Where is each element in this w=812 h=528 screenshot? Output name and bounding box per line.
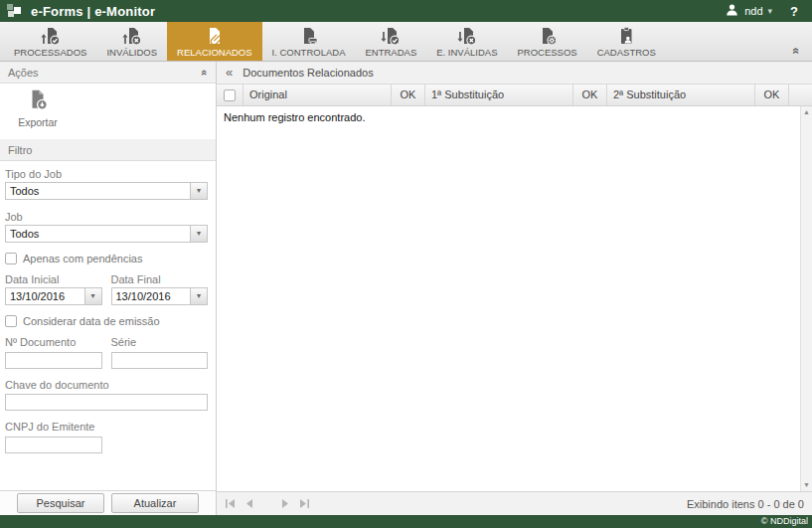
- empty-message: Nenhum registro encontrado.: [217, 106, 812, 123]
- export-label: Exportar: [18, 116, 58, 128]
- toolbar-item-label: E. INVÁLIDAS: [436, 47, 497, 58]
- clipboard-person-icon: [616, 26, 636, 46]
- toolbar-item-processos[interactable]: PROCESSOS: [507, 22, 586, 61]
- user-name: ndd: [744, 5, 762, 17]
- doc-upload-check-icon: [41, 26, 61, 46]
- scroll-down-button[interactable]: ▼: [801, 479, 812, 491]
- toolbar-item-i-controlada[interactable]: I. CONTROLADA: [262, 22, 356, 61]
- cnpj-emitente-input[interactable]: [5, 437, 102, 453]
- job-label: Job: [5, 211, 208, 223]
- doc-gear-icon: [538, 26, 558, 46]
- data-inicial-label: Data Inicial: [5, 273, 102, 285]
- top-header: e-Forms | e-Monitor ndd ▾ ?: [0, 0, 812, 22]
- select-all-checkbox[interactable]: [217, 85, 244, 105]
- panel-header: « Documentos Relacionados: [217, 62, 812, 85]
- toolbar-item-label: INVÁLIDOS: [106, 47, 157, 58]
- app-title: e-Forms | e-Monitor: [31, 4, 155, 19]
- checkbox-icon: [224, 89, 236, 101]
- serie-label: Série: [111, 336, 209, 348]
- data-final-datefield[interactable]: 13/10/2016 ▾: [111, 287, 209, 305]
- chave-label: Chave do documento: [5, 379, 208, 391]
- filter-title: Filtro: [8, 144, 32, 156]
- scroll-up-button[interactable]: ▲: [801, 106, 812, 118]
- data-final-label: Data Final: [111, 273, 209, 285]
- apenas-pendencias-checkbox[interactable]: Apenas com pendências: [5, 253, 208, 264]
- documento-label: Nº Documento: [5, 336, 102, 348]
- app-logo-icon: [6, 3, 22, 19]
- table-body: Nenhum registro encontrado. ▲ ▼: [217, 106, 812, 491]
- tipo-do-job-label: Tipo do Job: [5, 168, 208, 180]
- toolbar-item-cadastros[interactable]: CADASTROS: [587, 22, 666, 61]
- export-button[interactable]: Exportar: [12, 88, 64, 128]
- main-toolbar: PROCESSADOSINVÁLIDOSRELACIONADOSI. CONTR…: [0, 22, 812, 62]
- atualizar-button[interactable]: Atualizar: [111, 493, 199, 513]
- job-select[interactable]: Todos ▾: [5, 225, 208, 243]
- caret-down-icon: ▾: [768, 6, 773, 16]
- pagination-bar: Exibindo itens 0 - 0 de 0: [217, 491, 812, 515]
- toolbar-collapse-button[interactable]: «: [793, 46, 800, 56]
- checkbox-icon: [5, 315, 17, 327]
- toolbar-item-label: I. CONTROLADA: [272, 47, 346, 58]
- toolbar-item-label: PROCESSOS: [517, 47, 576, 58]
- column-header-spacer: [789, 85, 812, 105]
- actions-title: Ações: [8, 67, 39, 79]
- column-header-ok-3[interactable]: OK: [755, 85, 789, 105]
- column-header-original[interactable]: Original: [244, 85, 392, 105]
- toolbar-item-label: PROCESSADOS: [14, 47, 86, 58]
- main-panel: « Documentos Relacionados Original OK 1ª…: [217, 62, 812, 515]
- toolbar-item-processados[interactable]: PROCESSADOS: [4, 22, 96, 61]
- doc-printer-icon: [299, 26, 319, 46]
- user-menu[interactable]: ndd ▾: [725, 3, 772, 19]
- doc-download-x-icon: [457, 26, 477, 46]
- toolbar-item-label: ENTRADAS: [365, 47, 416, 58]
- toolbar-item-relacionados[interactable]: RELACIONADOS: [167, 22, 262, 61]
- serie-input[interactable]: [111, 352, 209, 369]
- filter-form: Tipo do Job Todos ▾ Job Todos ▾ Apenas c…: [0, 161, 216, 490]
- page-prev-button[interactable]: [244, 498, 253, 509]
- considerar-emissao-checkbox[interactable]: Considerar data de emissão: [5, 315, 208, 327]
- user-icon: [725, 3, 739, 19]
- tipo-do-job-select[interactable]: Todos ▾: [5, 182, 208, 200]
- doc-upload-x-icon: [122, 26, 142, 46]
- column-header-ok-2[interactable]: OK: [573, 85, 607, 105]
- sidebar: Ações « Exportar Filtro Tipo do Job Todo…: [0, 62, 217, 515]
- app-footer: © NDDigital: [0, 515, 812, 528]
- sidebar-footer: Pesquisar Atualizar: [0, 490, 216, 515]
- documento-input[interactable]: [5, 352, 102, 369]
- content-area: Ações « Exportar Filtro Tipo do Job Todo…: [0, 62, 812, 515]
- checkbox-icon: [5, 253, 17, 264]
- chevron-down-icon[interactable]: ▾: [190, 183, 207, 199]
- chave-documento-input[interactable]: [5, 394, 208, 411]
- panel-title: Documentos Relacionados: [243, 67, 373, 79]
- page-first-button[interactable]: [225, 498, 236, 509]
- actions-panel-header: Ações «: [0, 62, 216, 84]
- toolbar-item-e-inválidas[interactable]: E. INVÁLIDAS: [426, 22, 507, 61]
- page-last-button[interactable]: [299, 498, 310, 509]
- table-header: Original OK 1ª Substituição OK 2ª Substi…: [217, 85, 812, 106]
- chevron-down-icon[interactable]: ▾: [190, 226, 207, 242]
- doc-download-check-icon: [381, 26, 401, 46]
- column-header-1a-substituicao[interactable]: 1ª Substituição: [425, 85, 573, 105]
- filter-panel-header: Filtro: [0, 139, 216, 161]
- page-next-button[interactable]: [281, 498, 290, 509]
- pagination-status: Exibindo itens 0 - 0 de 0: [687, 498, 804, 510]
- app-window: e-Forms | e-Monitor ndd ▾ ? PROCESSADOSI…: [0, 0, 812, 528]
- copyright-text: © NDDigital: [761, 516, 808, 526]
- chevron-down-icon[interactable]: ▾: [190, 288, 207, 304]
- vertical-scrollbar[interactable]: ▲ ▼: [800, 106, 812, 491]
- export-doc-icon: [27, 88, 49, 114]
- doc-paperclip-icon: [205, 26, 225, 46]
- column-header-2a-substituicao[interactable]: 2ª Substituição: [607, 85, 755, 105]
- column-header-ok-1[interactable]: OK: [392, 85, 425, 105]
- toolbar-item-label: RELACIONADOS: [177, 47, 252, 58]
- cnpj-label: CNPJ do Emitente: [5, 421, 208, 433]
- pesquisar-button[interactable]: Pesquisar: [17, 493, 104, 513]
- actions-collapse-button[interactable]: «: [202, 67, 208, 79]
- toolbar-item-inválidos[interactable]: INVÁLIDOS: [96, 22, 167, 61]
- chevron-down-icon[interactable]: ▾: [84, 288, 101, 304]
- help-button[interactable]: ?: [790, 4, 798, 19]
- double-chevron-left-icon[interactable]: «: [226, 65, 233, 80]
- data-inicial-datefield[interactable]: 13/10/2016 ▾: [5, 287, 102, 305]
- toolbar-item-label: CADASTROS: [597, 47, 656, 58]
- toolbar-item-entradas[interactable]: ENTRADAS: [355, 22, 426, 61]
